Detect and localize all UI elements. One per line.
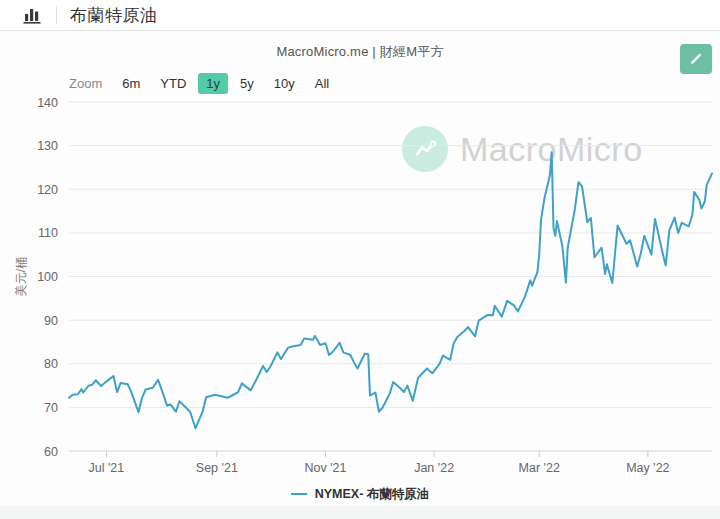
svg-text:70: 70 — [44, 401, 58, 415]
legend[interactable]: NYMEX- 布蘭特原油 — [0, 482, 720, 506]
svg-text:80: 80 — [44, 357, 58, 371]
bar-chart-icon — [22, 5, 44, 25]
bottom-margin — [0, 506, 720, 519]
svg-text:90: 90 — [44, 314, 58, 328]
svg-text:Jan '22: Jan '22 — [414, 461, 454, 475]
range-button-10y[interactable]: 10y — [266, 73, 303, 94]
svg-text:120: 120 — [37, 183, 58, 197]
chart-area: MacroMicro 60708090100110120130140Jul '2… — [0, 92, 720, 484]
range-button-6m[interactable]: 6m — [114, 73, 148, 94]
range-button-all[interactable]: All — [307, 73, 337, 94]
pencil-icon — [689, 52, 703, 66]
svg-text:100: 100 — [37, 270, 58, 284]
legend-line-swatch — [291, 493, 307, 495]
svg-text:Mar '22: Mar '22 — [519, 461, 560, 475]
svg-text:美元/桶: 美元/桶 — [14, 257, 28, 296]
legend-series-label: NYMEX- 布蘭特原油 — [315, 486, 430, 503]
edit-button[interactable] — [680, 44, 712, 74]
svg-text:140: 140 — [37, 96, 58, 110]
range-button-5y[interactable]: 5y — [232, 73, 262, 94]
svg-text:Sep '21: Sep '21 — [196, 461, 238, 475]
brent-crude-chart-page: 布蘭特原油 MacroMicro.me | 財經M平方 Zoom 6mYTD1y… — [0, 0, 720, 519]
sub-header: MacroMicro.me | 財經M平方 — [0, 31, 720, 75]
zoom-toolbar: Zoom 6mYTD1y5y10yAll — [69, 72, 337, 94]
title-divider — [56, 6, 57, 24]
svg-text:Nov '21: Nov '21 — [304, 461, 346, 475]
range-button-group: 6mYTD1y5y10yAll — [114, 73, 337, 94]
svg-text:130: 130 — [37, 139, 58, 153]
range-button-1y[interactable]: 1y — [198, 73, 228, 94]
zoom-label: Zoom — [69, 76, 102, 91]
svg-text:60: 60 — [44, 445, 58, 459]
svg-text:Jul '21: Jul '21 — [89, 461, 125, 475]
source-caption: MacroMicro.me | 財經M平方 — [0, 43, 720, 61]
price-line-chart[interactable]: 60708090100110120130140Jul '21Sep '21Nov… — [0, 92, 720, 484]
page-title: 布蘭特原油 — [70, 4, 158, 27]
svg-text:110: 110 — [38, 226, 58, 240]
title-bar: 布蘭特原油 — [0, 0, 720, 31]
svg-text:May '22: May '22 — [626, 461, 669, 475]
range-button-ytd[interactable]: YTD — [152, 73, 194, 94]
